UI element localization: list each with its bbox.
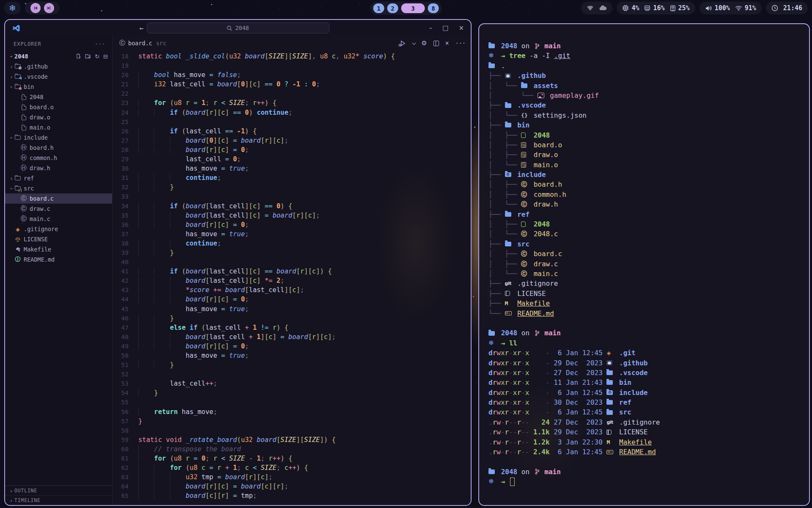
active-tab-filename[interactable]: board.c [128, 40, 152, 47]
code-line[interactable]: 24 if (board[r][c] == 0) continue; [112, 108, 471, 117]
code-line[interactable]: 19 [112, 61, 471, 70]
media-previous-button[interactable] [30, 3, 41, 13]
code-line[interactable]: 33 [112, 192, 471, 201]
explorer-item-2048[interactable]: 2048 [5, 92, 112, 102]
close-editor-button[interactable]: × [445, 39, 449, 47]
explorer-item-draw-c[interactable]: Ⓒdraw.c [5, 204, 112, 214]
explorer-item-bin[interactable]: ›bin [5, 82, 112, 92]
explorer-item-board-c[interactable]: Ⓒboard.c [5, 193, 112, 204]
explorer-item-board-o[interactable]: board.o [5, 102, 112, 112]
explorer-item-draw-o[interactable]: draw.o [5, 112, 112, 122]
explorer-item-board-h[interactable]: Ⓗboard.h [5, 143, 112, 153]
code-line[interactable]: 41 if (board[last_cell][c] == board[r][c… [112, 267, 471, 276]
minimize-button[interactable]: – [429, 24, 433, 32]
code-line[interactable]: 22 [112, 89, 471, 98]
wifi-stat[interactable]: 91% [735, 4, 756, 12]
code-line[interactable]: 40 [112, 257, 471, 267]
code-line[interactable]: 23 for (u8 r = 1; r < SIZE; r++) { [112, 98, 471, 108]
run-dropdown-chevron-icon[interactable] [412, 41, 416, 45]
command-center-search[interactable]: 2048 [147, 22, 329, 33]
explorer-item-main-c[interactable]: Ⓒmain.c [5, 214, 112, 224]
more-actions-button[interactable]: ··· [455, 40, 466, 47]
nixos-logo-icon[interactable]: ❄ [9, 4, 16, 12]
explorer-item-README-md[interactable]: ⓘREADME.md [5, 254, 112, 265]
explorer-item-draw-h[interactable]: Ⓗdraw.h [5, 163, 112, 173]
explorer-item-common-h[interactable]: Ⓗcommon.h [5, 153, 112, 163]
code-line[interactable]: 53 last_cell++; [112, 379, 471, 388]
code-line[interactable]: 46 } [112, 314, 471, 323]
explorer-item-src[interactable]: ›src [5, 183, 112, 193]
code-line[interactable]: 36 board[r][c] = 0; [112, 220, 471, 229]
code-line[interactable]: 26 if (last_cell == -1) { [112, 127, 471, 136]
maximize-button[interactable]: □ [442, 24, 448, 32]
sidebar-panel-outline[interactable]: ›OUTLINE [5, 486, 112, 495]
code-line[interactable]: 29 last_cell = 0; [112, 155, 471, 164]
code-line[interactable]: 51 } [112, 360, 471, 370]
workspace-button-2[interactable]: 2 [387, 3, 398, 13]
settings-gear-button[interactable]: ⚙ [421, 39, 427, 47]
code-line[interactable]: 25 [112, 117, 471, 127]
vscode-titlebar[interactable]: ← → 2048 – □ × [5, 20, 471, 36]
code-line[interactable]: 21 i32 last_cell = board[0][c] == 0 ? -1… [112, 80, 471, 89]
code-line[interactable]: 27 board[0][c] = board[r][c]; [112, 136, 471, 145]
code-line[interactable]: 34 if (board[last_cell][c] == 0) { [112, 202, 471, 211]
refresh-button[interactable]: ↻ [95, 53, 99, 60]
launcher-pill[interactable]: ❄ [4, 2, 21, 14]
explorer-item--vscode[interactable]: ›.vscode [5, 72, 112, 82]
code-line[interactable]: 39 } [112, 248, 471, 257]
explorer-item-Makefile[interactable]: Makefile [5, 244, 112, 254]
explorer-item--github[interactable]: ›.github [5, 61, 112, 72]
back-arrow-icon[interactable]: ← [140, 24, 144, 32]
code-line[interactable]: 61 for (u8 r = 0; r < SIZE - 1; r++) { [112, 454, 471, 463]
workspace-button-1[interactable]: 1 [373, 3, 384, 13]
code-line[interactable]: 47 else if (last_cell + 1 != r) { [112, 323, 471, 332]
code-line[interactable]: 49 board[r][c] = 0; [112, 342, 471, 351]
code-line[interactable]: 30 has_move = true; [112, 164, 471, 173]
code-line[interactable]: 57} [112, 417, 471, 426]
sidebar-panel-timeline[interactable]: ›TIMELINE [5, 495, 112, 505]
code-line[interactable]: 56 return has_move; [112, 407, 471, 417]
code-line[interactable]: 35 board[last_cell][c] = board[r][c]; [112, 211, 471, 220]
code-line[interactable]: 62 for (u8 c = r + 1; c < SIZE; c++) { [112, 463, 471, 472]
new-folder-button[interactable] [85, 53, 91, 59]
terminal-window[interactable]: 2048 on main❄ → tree -a -I .git .├── .gi… [478, 23, 810, 506]
code-line[interactable]: 42 board[last_cell][c] *= 2; [112, 276, 471, 285]
code-line[interactable]: 28 board[r][c] = 0; [112, 145, 471, 155]
explorer-more-button[interactable]: ··· [95, 41, 105, 47]
code-line[interactable]: 38 continue; [112, 239, 471, 248]
code-line[interactable]: 60 // transpose the board [112, 444, 471, 454]
code-line[interactable]: 54 } [112, 388, 471, 398]
code-line[interactable]: 45 has_move = true; [112, 304, 471, 314]
close-button[interactable]: × [458, 24, 464, 32]
new-file-button[interactable] [76, 53, 81, 59]
explorer-item-include[interactable]: ›include [5, 133, 112, 143]
code-line[interactable]: 48 board[last_cell + 1][c] = board[r][c]… [112, 332, 471, 342]
collapse-all-button[interactable]: ⊟ [103, 53, 108, 60]
media-next-button[interactable] [44, 3, 54, 13]
code-line[interactable]: 32 } [112, 182, 471, 192]
code-line[interactable]: 55 [112, 398, 471, 407]
code-line[interactable]: 63 u32 tmp = board[r][c]; [112, 472, 471, 482]
code-line[interactable]: 58 [112, 426, 471, 435]
code-line[interactable]: 18static bool _slide_col(u32 board[SIZE]… [112, 52, 471, 61]
code-line[interactable]: 52 [112, 370, 471, 379]
code-line[interactable]: 50 has_move = true; [112, 351, 471, 360]
code-line[interactable]: 31 continue; [112, 173, 471, 182]
code-line[interactable]: 64 board[r][c] = board[c][r]; [112, 482, 471, 491]
code-line[interactable]: 44 board[r][c] = 0; [112, 295, 471, 304]
code-line[interactable]: 43 *score += board[last_cell][c]; [112, 285, 471, 295]
code-line[interactable]: 20 bool has_move = false; [112, 70, 471, 80]
explorer-item--gitignore[interactable]: ◈.gitignore [5, 224, 112, 234]
code-line[interactable]: 65 board[c][r] = tmp; [112, 491, 471, 500]
volume-stat[interactable]: 100% [705, 4, 730, 12]
workspace-button-3[interactable]: 3 [401, 3, 425, 13]
explorer-root-folder[interactable]: › 2048 ↻ ⊟ [5, 51, 112, 61]
explorer-item-LICENSE[interactable]: LICENSE [5, 234, 112, 244]
split-editor-button[interactable] [433, 41, 439, 46]
network-tray-icon[interactable] [587, 6, 594, 11]
code-editor[interactable]: 18static bool _slide_col(u32 board[SIZE]… [112, 50, 471, 505]
explorer-item-main-o[interactable]: main.o [5, 122, 112, 133]
code-line[interactable]: 37 has_move = true; [112, 229, 471, 239]
workspace-button-8[interactable]: 8 [428, 3, 439, 13]
explorer-item-ref[interactable]: ›ref [5, 173, 112, 183]
